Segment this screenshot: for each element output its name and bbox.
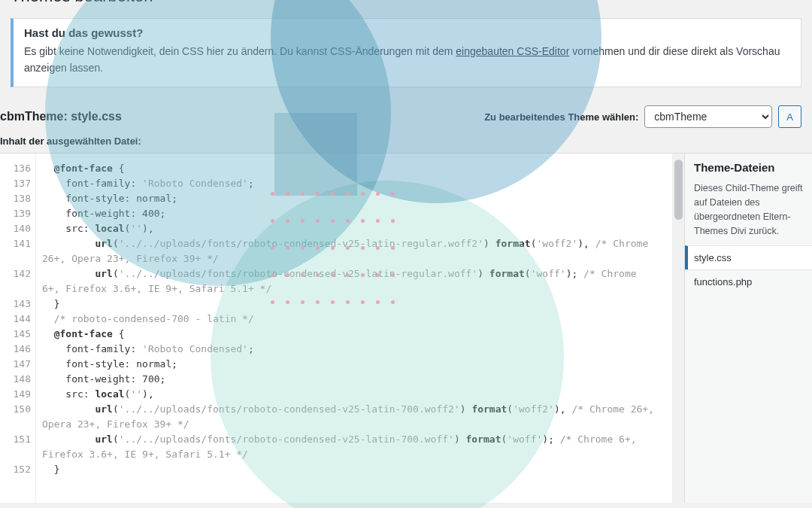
scrollbar[interactable] [672, 154, 684, 503]
info-notice: Hast du das gewusst? Es gibt keine Notwe… [11, 18, 801, 87]
sidebar-title: Theme-Dateien [685, 154, 812, 181]
notice-heading: Hast du das gewusst? [24, 26, 790, 39]
notice-text: Es gibt keine Notwendigkeit, dein CSS hi… [24, 44, 790, 76]
theme-select-label: Zu bearbeitendes Theme wählen: [484, 111, 638, 123]
workarea: 1361371381391401411421431441451461471481… [0, 153, 812, 503]
file-content-label: Inhalt der ausgewählten Datei: [0, 129, 812, 153]
file-item[interactable]: functions.php [685, 269, 812, 294]
scrollbar-thumb[interactable] [674, 160, 683, 220]
current-file-label: cbmTheme: style.css [0, 110, 122, 123]
editor-toolbar: cbmTheme: style.css Zu bearbeitendes The… [0, 101, 812, 129]
file-list: style.cssfunctions.php [685, 245, 812, 294]
theme-select[interactable]: cbmTheme [644, 105, 772, 128]
sidebar-description: Dieses Child-Theme greift auf Dateien de… [685, 181, 812, 245]
file-item[interactable]: style.css [685, 245, 812, 269]
code-area[interactable]: @font-face { font-family: 'Roboto Conden… [36, 154, 684, 503]
notice-text-before: Es gibt keine Notwendigkeit, dein CSS hi… [24, 45, 456, 57]
line-gutter: 1361371381391401411421431441451461471481… [0, 154, 36, 503]
apply-button[interactable]: A [778, 105, 801, 128]
page-title: Themes bearbeiten [0, 0, 812, 9]
file-sidebar: Theme-Dateien Dieses Child-Theme greift … [684, 154, 812, 503]
code-editor[interactable]: 1361371381391401411421431441451461471481… [0, 154, 684, 503]
css-editor-link[interactable]: eingebauten CSS-Editor [456, 45, 569, 57]
